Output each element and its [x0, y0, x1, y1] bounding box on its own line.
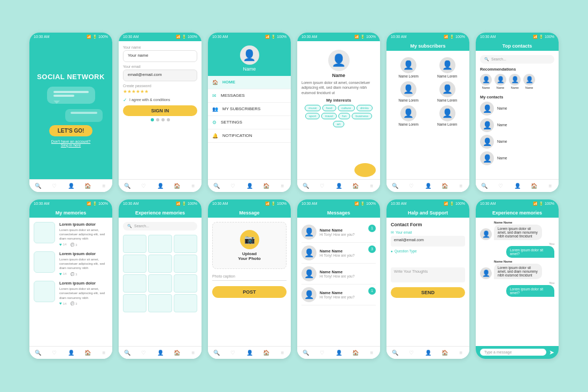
heart-icon[interactable]: ♡	[51, 349, 58, 356]
search-icon[interactable]: 🔍	[302, 182, 310, 189]
heart-icon[interactable]: ♡	[229, 349, 237, 356]
tag-sport[interactable]: sport	[305, 113, 320, 119]
question-form-input[interactable]	[391, 254, 465, 265]
menu-icon[interactable]: ≡	[368, 182, 376, 189]
profile-icon[interactable]: 👤	[246, 182, 253, 189]
heart-icon[interactable]: ♡	[229, 182, 237, 189]
subscriber-name-4: Name Lorem	[437, 98, 458, 102]
chat-send-icon[interactable]: ➤	[549, 349, 554, 356]
lets-go-button[interactable]: LET'S GO!	[49, 125, 93, 136]
menu-icon[interactable]: ≡	[458, 182, 465, 189]
profile-icon[interactable]: 👤	[335, 349, 343, 356]
sign-in-link[interactable]: Sing in here	[51, 143, 90, 147]
heart-icon[interactable]: ♡	[319, 182, 326, 189]
phone-experience-memories: 10:30 AM 📶 🔋 100% Experience memories 🔍 …	[119, 199, 202, 359]
menu-icon[interactable]: ≡	[547, 182, 554, 189]
home-icon[interactable]: 🏠	[84, 349, 91, 356]
tag-culture[interactable]: culture	[338, 105, 355, 111]
home-icon[interactable]: 🏠	[352, 182, 359, 189]
chat-input-bar: Type a message ➤	[476, 346, 559, 359]
messages-nav-icon: ✉	[212, 93, 216, 98]
menu-icon[interactable]: ≡	[190, 182, 197, 189]
tag-drinks[interactable]: drinks	[357, 105, 373, 111]
profile-icon[interactable]: 👤	[157, 182, 164, 189]
heart-icon[interactable]: ♡	[140, 349, 148, 356]
search-icon[interactable]: 🔍	[123, 349, 131, 356]
rec-avatar-1: 👤	[480, 74, 492, 86]
profile-icon[interactable]: 👤	[424, 182, 432, 189]
message-item-1[interactable]: 👤 Name Name Hi Tony! How are you? 1	[301, 222, 376, 243]
profile-icon[interactable]: 👤	[67, 349, 75, 356]
profile-icon[interactable]: 👤	[67, 182, 75, 189]
subscriber-4: 👤 Name Lorem	[430, 81, 466, 102]
home-icon[interactable]: 🏠	[262, 182, 270, 189]
menu-icon[interactable]: ≡	[279, 182, 287, 189]
name-input[interactable]: Your name	[123, 50, 197, 62]
profile-icon[interactable]: 👤	[335, 182, 343, 189]
search-icon[interactable]: 🔍	[213, 182, 220, 189]
profile-icon[interactable]: 👤	[157, 349, 164, 356]
phone-sign-in: 10:30 AM 📶 🔋 100% Your name Your name Yo…	[119, 33, 202, 192]
heart-icon[interactable]: ♡	[497, 182, 505, 189]
heart-icon-1: ♥	[59, 242, 62, 247]
nav-item-settings[interactable]: ⚙ SETTINGS	[208, 116, 291, 129]
subscribers-nav-icon: 👥	[212, 106, 218, 112]
profile-icon[interactable]: 👤	[246, 349, 253, 356]
message-item-3[interactable]: 👤 Name Name Hi Tony! How are you?	[301, 264, 376, 285]
tag-travel[interactable]: travel	[321, 113, 337, 119]
upload-area[interactable]: 📷 UploadYour Photo	[212, 222, 287, 269]
nav-item-subscribers[interactable]: 👥 MY SUBSCRIBERS	[208, 103, 291, 116]
menu-icon[interactable]: ≡	[190, 349, 197, 356]
home-icon[interactable]: 🏠	[84, 182, 91, 189]
post-button[interactable]: POST	[212, 286, 287, 298]
sign-in-button[interactable]: SIGN IN	[123, 105, 197, 116]
nav-item-messages[interactable]: ✉ MESSAGES	[208, 89, 291, 103]
search-icon[interactable]: 🔍	[481, 182, 488, 189]
search-icon[interactable]: 🔍	[213, 349, 220, 356]
search-icon[interactable]: 🔍	[391, 182, 399, 189]
help-support-header: Halp and Support	[386, 208, 469, 218]
send-button[interactable]: SEND	[391, 287, 465, 298]
search-icon[interactable]: 🔍	[391, 349, 399, 356]
home-icon[interactable]: 🏠	[173, 349, 181, 356]
menu-icon[interactable]: ≡	[100, 182, 108, 189]
search-icon[interactable]: 🔍	[34, 182, 42, 189]
menu-icon[interactable]: ≡	[458, 349, 465, 356]
heart-icon[interactable]: ♡	[140, 182, 148, 189]
home-icon[interactable]: 🏠	[441, 349, 448, 356]
menu-icon[interactable]: ≡	[100, 349, 108, 356]
search-icon[interactable]: 🔍	[123, 182, 131, 189]
tag-business[interactable]: business	[352, 113, 372, 119]
tag-music[interactable]: music	[305, 105, 321, 111]
heart-icon[interactable]: ♡	[51, 182, 58, 189]
email-input[interactable]: email@email.com	[123, 70, 197, 81]
photo-caption-input[interactable]: Photo caption	[212, 272, 287, 281]
heart-icon[interactable]: ♡	[408, 182, 415, 189]
home-icon[interactable]: 🏠	[262, 349, 270, 356]
thoughts-form-input[interactable]: Write Your Thoughts	[391, 267, 465, 282]
menu-icon[interactable]: ≡	[279, 349, 287, 356]
message-item-2[interactable]: 👤 Name Name Hi Tony! How are you? 3	[301, 243, 376, 264]
search-icon[interactable]: 🔍	[302, 349, 310, 356]
menu-icon[interactable]: ≡	[368, 349, 376, 356]
tag-food[interactable]: food	[322, 105, 336, 111]
home-icon[interactable]: 🏠	[530, 182, 538, 189]
msg-content-4: Name Name Hi Tony! How are you?	[320, 290, 376, 299]
message-item-4[interactable]: 👤 Name Name Hi Tony! How are you? 1	[301, 285, 376, 305]
heart-icon[interactable]: ♡	[408, 349, 415, 356]
email-form-input[interactable]: email@email.com	[391, 236, 465, 247]
home-icon[interactable]: 🏠	[173, 182, 181, 189]
chat-type-input[interactable]: Type a message	[480, 349, 546, 356]
tag-art[interactable]: art	[333, 121, 344, 127]
nav-item-notification[interactable]: 🔔 NOTIFICATION	[208, 129, 291, 143]
nav-item-home[interactable]: 🏠 HOME	[208, 76, 291, 89]
search-icon[interactable]: 🔍	[34, 349, 42, 356]
tag-fun[interactable]: fun	[338, 113, 350, 119]
home-icon[interactable]: 🏠	[441, 182, 448, 189]
search-bar[interactable]: 🔍 Search...	[480, 55, 554, 64]
profile-icon[interactable]: 👤	[514, 182, 521, 189]
home-icon[interactable]: 🏠	[352, 349, 359, 356]
profile-icon[interactable]: 👤	[424, 349, 432, 356]
heart-icon[interactable]: ♡	[319, 349, 326, 356]
search-bar-8[interactable]: 🔍 Search...	[123, 222, 197, 230]
